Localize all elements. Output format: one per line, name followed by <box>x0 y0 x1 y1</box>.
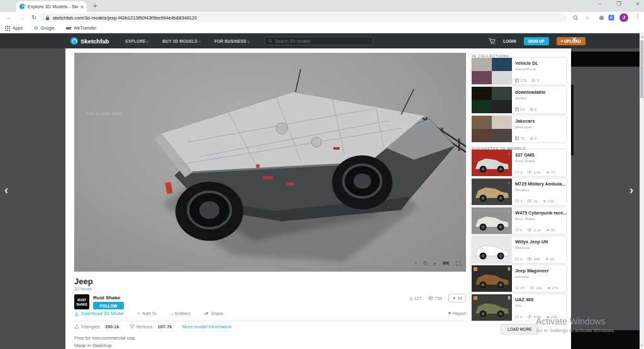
sketchfab-logo[interactable]: Sketchfab <box>70 37 109 45</box>
wetransfer-icon: we <box>66 26 71 30</box>
star-icon: ★ <box>546 170 550 174</box>
follow-button[interactable]: FOLLOW <box>93 302 124 309</box>
svg-text:A: A <box>610 15 613 19</box>
profile-avatar[interactable]: J <box>619 13 628 22</box>
viewer-annotations-icon[interactable]: ● <box>434 262 436 265</box>
window-minimize-button[interactable]: – <box>595 1 605 7</box>
model-card-title: UAZ 469 <box>515 297 563 302</box>
models-cube-icon <box>515 136 519 140</box>
collection-card[interactable]: Jakecars jakerupert 79 <box>472 116 566 142</box>
translate-extension-icon[interactable]: A <box>607 13 616 22</box>
signup-button[interactable]: SIGN UP <box>524 37 549 45</box>
cart-icon[interactable] <box>488 38 496 45</box>
forward-button[interactable]: → <box>19 14 25 21</box>
collection-title: Jakecars <box>515 118 563 124</box>
star-icon: ★ <box>543 199 547 203</box>
collection-models-count: 176 <box>515 78 526 82</box>
modal-close-icon[interactable]: ✕ <box>572 36 577 43</box>
search-box[interactable] <box>265 36 373 45</box>
window-restore-button[interactable]: ❐ <box>614 1 624 7</box>
search-input[interactable] <box>275 39 369 43</box>
views-count: 1.5k <box>527 170 541 174</box>
fullscreen-icon[interactable] <box>456 261 461 266</box>
layers-icon <box>531 79 535 82</box>
license-text: Free for non-commercial use. <box>74 335 136 341</box>
modal-scrollbar-thumb[interactable] <box>571 85 574 155</box>
new-tab-button[interactable]: + <box>93 2 97 9</box>
like-button[interactable]: ★ 44 <box>448 294 466 302</box>
more-model-information-link[interactable]: More model information <box>182 324 232 330</box>
window-close-button[interactable]: × <box>633 1 643 7</box>
thumb-corner-icon: ↓ <box>508 151 510 155</box>
tab-title: Explore 3D Models - Sketchfab <box>28 4 78 9</box>
bookmark-google[interactable]: G Google <box>34 25 55 31</box>
thumb-corner-icon: ↓ <box>508 209 510 213</box>
scrollbar-up-icon[interactable]: ▴ <box>640 35 644 38</box>
share-link[interactable]: Share <box>204 311 223 316</box>
3d-viewer-canvas[interactable]: Full-screen Snip ? ⚙ ● <box>74 53 466 272</box>
views-count: 754 <box>428 296 442 301</box>
snip-ghost-text: Full-screen Snip <box>86 111 122 116</box>
bookmark-label: Google <box>40 26 55 30</box>
nav-buy-3d-models[interactable]: BUY 3D MODELS ▾ <box>162 39 200 43</box>
browser-menu-icon[interactable]: ⋮ <box>635 13 640 19</box>
suggested-model-card[interactable]: ↓ M725 Military Ambula... Renafox 3 <box>472 179 566 205</box>
model-card-author: Rust Shake <box>515 216 567 221</box>
collection-title: downloadable <box>515 89 563 95</box>
download-model-link[interactable]: Download 3D Model <box>74 311 124 316</box>
url-text: sketchfab.com/3d-models/jeep-f40b1213f50… <box>53 15 197 21</box>
triangles-stat: Triangles: 390.1k <box>74 324 119 330</box>
address-bar[interactable]: sketchfab.com/3d-models/jeep-f40b1213f50… <box>40 13 567 22</box>
model-card-title: W475 Cyberpunk race... <box>515 210 567 216</box>
extension-icon[interactable] <box>597 13 606 22</box>
upload-button[interactable]: + UPLOAD <box>557 37 586 45</box>
author-name[interactable]: Rust Shake <box>93 295 121 301</box>
collection-models-count: 53 <box>515 107 525 111</box>
vertices-icon <box>130 324 135 329</box>
scrollbar-down-icon[interactable]: ▾ <box>640 343 644 347</box>
reload-button[interactable]: ↻ <box>31 14 36 21</box>
embed-link[interactable]: ‹› Embed <box>170 311 190 316</box>
collection-author: SketchPunk <box>515 67 563 71</box>
comments-count: 0 <box>515 257 522 261</box>
scrollbar-thumb[interactable] <box>640 40 643 98</box>
login-button[interactable]: LOGIN <box>503 39 516 43</box>
collection-models-count: 79 <box>515 136 525 140</box>
eye-icon <box>428 296 433 300</box>
collection-card[interactable]: downloadable darkfei 53 <box>472 87 566 113</box>
nav-explore[interactable]: EXPLORE ▾ <box>125 39 148 43</box>
author-avatar[interactable]: RUST SHAKE <box>74 294 89 309</box>
suggested-model-card[interactable]: ↓ W475 Cyberpunk race... Rust Shake 6 <box>472 208 566 234</box>
zoom-icon[interactable] <box>571 13 580 22</box>
nav-for-business[interactable]: FOR BUSINESS ▾ <box>214 39 250 43</box>
eye-icon <box>527 315 532 318</box>
activate-windows-subtext: Go to Settings to activate Windows. <box>536 328 615 333</box>
suggested-model-card[interactable]: $ Jeep Wagoneer kanistra 15 <box>472 265 566 292</box>
add-to-link[interactable]: + Add To <box>138 311 157 316</box>
viewer-settings-gear-icon[interactable]: ⚙ <box>423 260 427 266</box>
browser-tab[interactable]: Explore 3D Models - Sketchfab × <box>16 1 87 12</box>
bookmark-star-icon[interactable]: ☆ <box>583 13 592 22</box>
model-card-title: M725 Military Ambula... <box>515 181 565 187</box>
activate-windows-watermark: Activate Windows <box>536 316 605 326</box>
bookmark-wetransfer[interactable]: we WeTransfer <box>66 26 97 30</box>
model-card-author: Rust Shake <box>515 158 563 163</box>
collection-card[interactable]: Vehicle DL SketchPunk 176 <box>472 58 566 84</box>
bookmark-apps[interactable]: Apps <box>5 26 23 31</box>
carousel-prev-icon[interactable]: ‹ <box>4 184 8 196</box>
collection-thumbnails <box>472 87 512 113</box>
eye-icon <box>527 170 532 174</box>
comment-icon <box>515 286 519 290</box>
models-cube-icon <box>515 79 519 82</box>
model-card-title: Willys Jeep UN <box>515 239 563 245</box>
downloads-count: 127 <box>409 296 422 301</box>
report-link[interactable]: ⚑ Report <box>416 311 466 316</box>
load-more-button[interactable]: LOAD MORE <box>501 324 538 335</box>
suggested-model-card[interactable]: ↓ 337 GMS Rust Shake 3 <box>472 150 566 176</box>
viewer-help-icon[interactable]: ? <box>414 260 416 266</box>
suggested-model-card[interactable]: ↓ Willys Jeep UN Matthew 0 <box>472 236 566 263</box>
tab-close-icon[interactable]: × <box>80 4 84 10</box>
carousel-next-icon[interactable]: › <box>630 184 633 196</box>
back-button[interactable]: ← <box>6 14 13 21</box>
vr-headset-icon[interactable] <box>442 261 450 265</box>
